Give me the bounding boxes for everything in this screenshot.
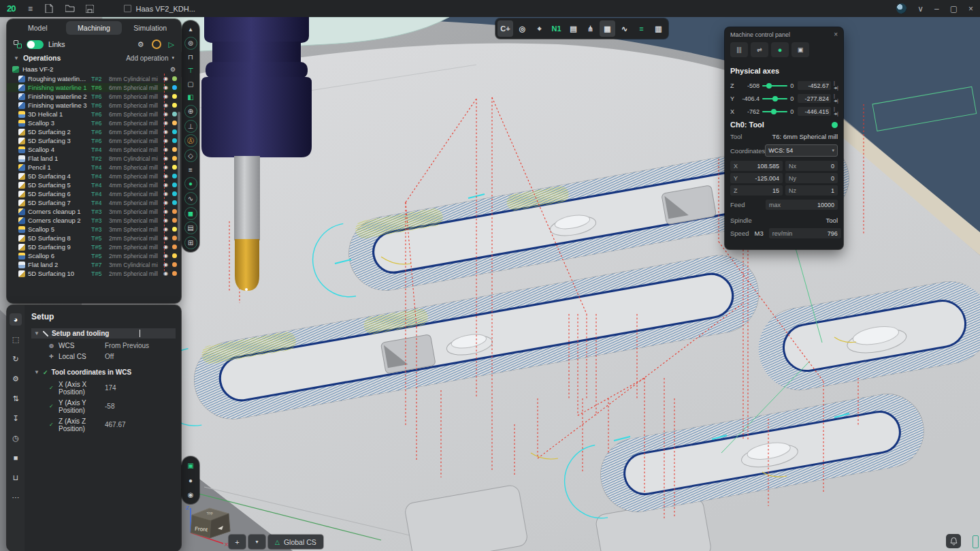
- machine-row[interactable]: Haas VF-2 ⚙: [7, 64, 181, 74]
- toolpath-visibility-icon[interactable]: ◉: [162, 270, 169, 277]
- global-cs-button[interactable]: △ Global CS: [268, 535, 323, 549]
- layers-icon[interactable]: ≡: [634, 20, 649, 37]
- toolpath-visibility-icon[interactable]: ◉: [162, 253, 169, 259]
- axis-slider-knob[interactable]: [771, 109, 777, 114]
- normal-field[interactable]: Ny0: [785, 173, 838, 183]
- more-icon[interactable]: ⋯: [10, 491, 22, 503]
- toolpath-visibility-icon[interactable]: ◉: [162, 262, 169, 268]
- operation-row[interactable]: Flat land 1 T#2 8mm Cylindrical mi ◉: [7, 154, 181, 163]
- operation-row[interactable]: 5D Surfacing 10 T#5 2mm Spherical mill ◉: [7, 269, 181, 278]
- pattern-icon[interactable]: ≡: [185, 164, 197, 176]
- toolpath-visibility-icon[interactable]: ◉: [162, 244, 169, 250]
- coordinate-field[interactable]: X108.585: [730, 161, 783, 171]
- turnover-icon[interactable]: ↻: [10, 353, 22, 365]
- operation-row[interactable]: Corners cleanup 2 T#3 3mm Spherical mill…: [7, 216, 181, 225]
- probe-icon[interactable]: ◎: [514, 20, 530, 37]
- machine-config-icon[interactable]: C+: [497, 20, 513, 37]
- operation-row[interactable]: Corners cleanup 1 T#3 3mm Spherical mill…: [7, 207, 181, 216]
- tool-pair-icon[interactable]: ⋔: [583, 20, 598, 37]
- probe-icon[interactable]: ⊕: [184, 105, 197, 118]
- simulate-play-icon[interactable]: ▷: [169, 40, 174, 49]
- operation-row[interactable]: 5D Surfacing 2 T#6 6mm Spherical mill ◉: [7, 127, 181, 136]
- main-menu-icon[interactable]: ≡: [24, 4, 35, 14]
- stock-icon[interactable]: ■: [10, 452, 22, 464]
- fastener-icon[interactable]: ↧: [10, 412, 22, 424]
- time-icon[interactable]: ◷: [10, 432, 22, 444]
- operation-row[interactable]: 5D Surfacing 9 T#5 2mm Spherical mill ◉: [7, 242, 181, 251]
- axis-value-field[interactable]: -277.824: [798, 94, 831, 103]
- point-icon[interactable]: ●: [184, 177, 197, 190]
- operation-row[interactable]: Finishing waterline 2 T#6 6mm Spherical …: [7, 92, 181, 101]
- axis-value-field[interactable]: -452.67: [798, 81, 831, 90]
- view-cube[interactable]: Z X Top Front: [184, 501, 235, 548]
- cs-chevron-button[interactable]: ▾: [248, 535, 265, 549]
- operation-row[interactable]: Finishing waterline 1 T#6 6mm Spherical …: [7, 83, 181, 92]
- sheet-icon[interactable]: ▤: [184, 221, 197, 234]
- jog-columns-icon[interactable]: |||: [730, 42, 748, 57]
- user-menu-chevron-icon[interactable]: ∨: [917, 5, 924, 13]
- workspace-tab[interactable]: Simulation: [122, 21, 178, 35]
- fixture-icon[interactable]: Ⓐ: [184, 134, 197, 147]
- toolpath-visibility-icon[interactable]: ◉: [162, 182, 169, 188]
- coordinate-field[interactable]: Z15: [730, 185, 783, 195]
- axis-step-buttons[interactable]: |◂▸|: [834, 93, 838, 104]
- control-panel-icon[interactable]: ▦: [600, 20, 615, 37]
- axis-slider-knob[interactable]: [772, 96, 778, 101]
- toolpath-visibility-icon[interactable]: ◉: [162, 76, 169, 82]
- user-avatar[interactable]: [896, 3, 906, 14]
- toolpath-visibility-icon[interactable]: ◉: [162, 138, 169, 144]
- statistics-icon[interactable]: ▥: [651, 20, 666, 37]
- axis-position-item[interactable]: ✓ Y (Axis Y Position) -58: [31, 397, 176, 415]
- stock-pie-icon[interactable]: ◕: [10, 313, 22, 326]
- toolpath-visibility-icon[interactable]: ◉: [162, 208, 169, 215]
- toolpath-visibility-icon[interactable]: ◉: [162, 235, 169, 241]
- operation-row[interactable]: 5D Surfacing 6 T#4 4mm Spherical mill ◉: [7, 189, 181, 198]
- curve-icon[interactable]: ∿: [184, 192, 197, 205]
- transfer-icon[interactable]: ⇅: [10, 392, 22, 405]
- save-icon[interactable]: [86, 5, 97, 13]
- look-at-icon[interactable]: ◉: [185, 489, 197, 501]
- grid-icon[interactable]: ⊞: [184, 236, 197, 249]
- toolpath-visibility-icon[interactable]: ◉: [162, 111, 169, 117]
- new-file-icon[interactable]: [45, 4, 56, 13]
- run-state-icon[interactable]: ●: [771, 42, 789, 57]
- axis-slider[interactable]: [762, 85, 787, 86]
- axis-value-field[interactable]: -446.415: [798, 107, 831, 116]
- feed-field[interactable]: max10000: [766, 200, 838, 210]
- operations-settings-icon[interactable]: ⚙: [137, 40, 144, 49]
- toolpath-visibility-icon[interactable]: ◉: [162, 102, 169, 108]
- minimize-button[interactable]: –: [934, 5, 939, 13]
- open-file-icon[interactable]: [65, 5, 76, 12]
- regenerate-icon[interactable]: [152, 40, 161, 49]
- fixture-icon[interactable]: ⊔: [10, 471, 22, 484]
- nc-code-icon[interactable]: N1: [549, 20, 564, 37]
- toolpath-visibility-icon[interactable]: ◉: [162, 173, 169, 179]
- axis-step-buttons[interactable]: |◂▸|: [834, 106, 838, 116]
- toolpath-visibility-icon[interactable]: ◉: [162, 191, 169, 197]
- setup-item[interactable]: ◍ WCS From Previous: [31, 340, 176, 351]
- operation-row[interactable]: 3D Helical 1 T#6 6mm Spherical mill ◉: [7, 110, 181, 119]
- workspace-tab[interactable]: Machining: [66, 21, 122, 35]
- operation-row[interactable]: 5D Surfacing 7 T#4 4mm Spherical mill ◉: [7, 198, 181, 207]
- toolpath-visibility-icon[interactable]: ◉: [162, 93, 169, 99]
- toolpath-visibility-icon[interactable]: ◉: [162, 146, 169, 153]
- machine-icon[interactable]: ⊜: [184, 37, 197, 50]
- axis-position-item[interactable]: ✓ Z (Axis Z Position) 467.67: [31, 415, 176, 434]
- signals-icon[interactable]: ⇌: [751, 42, 768, 57]
- tool-length-icon[interactable]: ⊥: [184, 120, 197, 133]
- workspace-tab[interactable]: Model: [10, 21, 66, 35]
- caliper-icon[interactable]: ⌖: [532, 20, 547, 37]
- operation-row[interactable]: Roughing waterline 1 T#2 8mm Cylindrical…: [7, 74, 181, 83]
- save-state-icon[interactable]: ▣: [791, 42, 809, 57]
- operation-row[interactable]: Flat land 2 T#7 3mm Cylindrical mi ◉: [7, 260, 181, 269]
- setup-and-tooling-header[interactable]: ▼ Setup and tooling: [31, 328, 176, 339]
- add-cs-button[interactable]: +: [229, 535, 246, 549]
- toolpath-visibility-icon[interactable]: ◉: [162, 155, 169, 161]
- selection-icon[interactable]: ⬚: [10, 333, 22, 345]
- operations-scrollbar[interactable]: [178, 112, 180, 241]
- operation-row[interactable]: 5D Surfacing 8 T#5 2mm Spherical mill ◉: [7, 234, 181, 242]
- toolpath-visibility-icon[interactable]: ◉: [162, 84, 169, 91]
- restore-button[interactable]: ▢: [950, 5, 958, 13]
- collapse-operations-icon[interactable]: ▼: [14, 55, 19, 61]
- toolpath-visibility-icon[interactable]: ◉: [162, 226, 169, 232]
